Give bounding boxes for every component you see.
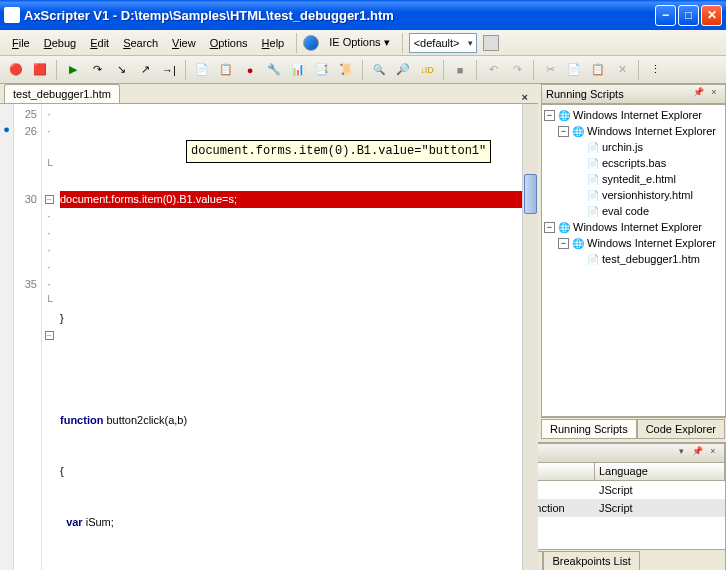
- cut-button[interactable]: ✂: [540, 60, 560, 80]
- run-to-cursor-button[interactable]: →|: [159, 60, 179, 80]
- goto-button[interactable]: ↓ID: [417, 60, 437, 80]
- fold-toggle[interactable]: −: [45, 331, 54, 340]
- toolbar-icon[interactable]: [483, 35, 499, 51]
- tree-toggle[interactable]: −: [558, 238, 569, 249]
- pin-icon[interactable]: 📌: [691, 87, 705, 101]
- ie-icon: 🌐: [557, 220, 571, 234]
- step-into-button[interactable]: ↘: [111, 60, 131, 80]
- pin-icon[interactable]: 📌: [690, 446, 704, 460]
- pause-button[interactable]: ■: [450, 60, 470, 80]
- ie-icon: 🌐: [571, 124, 585, 138]
- app-icon: [4, 7, 20, 23]
- menu-options[interactable]: Options: [204, 34, 254, 52]
- tb-btn-e[interactable]: 📑: [312, 60, 332, 80]
- panel-close-button[interactable]: ×: [706, 446, 720, 460]
- fold-toggle[interactable]: −: [45, 195, 54, 204]
- ie-icon[interactable]: [303, 35, 319, 51]
- toggle-breakpoint-button[interactable]: 🔴: [6, 60, 26, 80]
- run-button[interactable]: ▶: [63, 60, 83, 80]
- copy-button[interactable]: 📄: [564, 60, 584, 80]
- script-icon: 📄: [586, 252, 600, 266]
- code-area[interactable]: document.forms.item(0).B1.value=s; docum…: [56, 104, 522, 570]
- panel-menu-icon[interactable]: ▾: [674, 446, 688, 460]
- menu-view[interactable]: View: [166, 34, 202, 52]
- menu-ie-options[interactable]: IE Options ▾: [323, 33, 395, 52]
- tb-btn-b[interactable]: 📋: [216, 60, 236, 80]
- value-tooltip: document.forms.item(0).B1.value="button1…: [186, 140, 491, 163]
- toolbar: 🔴 🟥 ▶ ↷ ↘ ↗ →| 📄 📋 ● 🔧 📊 📑 📜 🔍 🔎 ↓ID ■ ↶…: [0, 56, 726, 84]
- panel-close-button[interactable]: ×: [707, 87, 721, 101]
- tb-btn-c[interactable]: 🔧: [264, 60, 284, 80]
- ie-icon: 🌐: [557, 108, 571, 122]
- editor-tab[interactable]: test_debugger1.htm: [4, 84, 120, 103]
- script-icon: 📄: [586, 188, 600, 202]
- menu-debug[interactable]: Debug: [38, 34, 82, 52]
- callstack-header-lang[interactable]: Language: [595, 463, 725, 480]
- running-scripts-header: Running Scripts 📌 ×: [541, 84, 726, 104]
- editor-tabbar: test_debugger1.htm ×: [0, 84, 538, 104]
- current-line-icon: ●: [0, 123, 13, 140]
- find-next-button[interactable]: 🔎: [393, 60, 413, 80]
- script-icon: 📄: [586, 156, 600, 170]
- window-title: AxScripter V1 - D:\temp\Samples\HTML\tes…: [24, 8, 655, 23]
- tree-toggle[interactable]: −: [558, 126, 569, 137]
- scrollbar-thumb[interactable]: [524, 174, 537, 214]
- clear-breakpoints-button[interactable]: 🟥: [30, 60, 50, 80]
- find-button[interactable]: 🔍: [369, 60, 389, 80]
- code-editor[interactable]: ● 25 26 30 35 · · └ − · · ·: [0, 104, 538, 570]
- minimize-button[interactable]: −: [655, 5, 676, 26]
- close-button[interactable]: ✕: [701, 5, 722, 26]
- tb-btn-d[interactable]: 📊: [288, 60, 308, 80]
- script-icon: 📄: [586, 172, 600, 186]
- step-over-button[interactable]: ↷: [87, 60, 107, 80]
- stop-button[interactable]: ●: [240, 60, 260, 80]
- tb-btn-a[interactable]: 📄: [192, 60, 212, 80]
- step-out-button[interactable]: ↗: [135, 60, 155, 80]
- menu-file[interactable]: File: [6, 34, 36, 52]
- tab-code-explorer[interactable]: Code Explorer: [637, 419, 725, 439]
- ie-icon: 🌐: [571, 236, 585, 250]
- titlebar: AxScripter V1 - D:\temp\Samples\HTML\tes…: [0, 0, 726, 30]
- redo-button[interactable]: ↷: [507, 60, 527, 80]
- profile-combo[interactable]: <default>: [409, 33, 477, 53]
- menu-edit[interactable]: Edit: [84, 34, 115, 52]
- menubar: File Debug Edit Search View Options Help…: [0, 30, 726, 56]
- vertical-scrollbar[interactable]: [522, 104, 538, 570]
- tab-breakpoints-list[interactable]: Breakpoints List: [543, 551, 639, 571]
- tree-toggle[interactable]: −: [544, 222, 555, 233]
- running-scripts-tree[interactable]: −🌐Windows Internet Explorer −🌐Windows In…: [541, 104, 726, 417]
- tree-toggle[interactable]: −: [544, 110, 555, 121]
- fold-column[interactable]: · · └ − · · · · · └ −: [42, 104, 56, 570]
- script-icon: 📄: [586, 140, 600, 154]
- delete-button[interactable]: ✕: [612, 60, 632, 80]
- current-execution-line: document.forms.item(0).B1.value=s;: [60, 191, 522, 208]
- breakpoint-column[interactable]: ●: [0, 104, 14, 570]
- undo-button[interactable]: ↶: [483, 60, 503, 80]
- tb-btn-f[interactable]: 📜: [336, 60, 356, 80]
- tab-close-button[interactable]: ×: [516, 91, 534, 103]
- line-gutter: 25 26 30 35: [14, 104, 42, 570]
- maximize-button[interactable]: □: [678, 5, 699, 26]
- menu-help[interactable]: Help: [256, 34, 291, 52]
- menu-search[interactable]: Search: [117, 34, 164, 52]
- paste-button[interactable]: 📋: [588, 60, 608, 80]
- tab-running-scripts[interactable]: Running Scripts: [541, 419, 637, 439]
- script-icon: 📄: [586, 204, 600, 218]
- tb-overflow[interactable]: ⋮: [645, 60, 665, 80]
